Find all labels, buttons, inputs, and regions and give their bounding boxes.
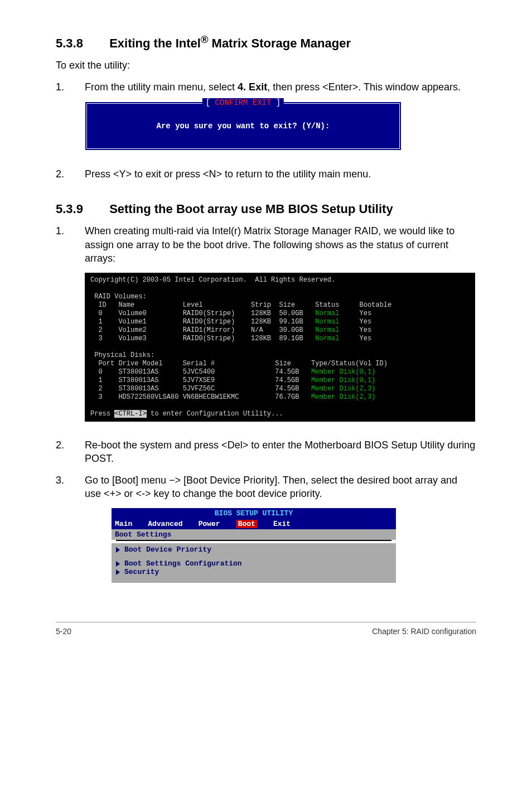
bios-menu-exit[interactable]: Exit bbox=[273, 520, 291, 528]
raid-terminal: Copyright(C) 2003-05 Intel Corporation. … bbox=[85, 273, 475, 422]
bios-item-security[interactable]: Security bbox=[116, 568, 391, 576]
step-text-c: , then press <Enter>. This window appear… bbox=[267, 81, 461, 93]
step-2b: 2. Re-boot the system and press <Del> to… bbox=[56, 438, 476, 466]
raid-phys-row: 1 ST380013AS 5JV7XSE9 74.5GB Member Disk… bbox=[90, 376, 375, 384]
heading-text-b: Matrix Storage Manager bbox=[208, 36, 351, 50]
bios-item-label: Boot Device Priority bbox=[124, 545, 211, 554]
bios-title: BIOS SETUP UTILITY bbox=[112, 508, 396, 519]
bios-menu-main[interactable]: Main bbox=[115, 520, 132, 528]
triangle-icon bbox=[116, 569, 120, 575]
step-text: Re-boot the system and press <Del> to en… bbox=[85, 438, 476, 466]
step-2: 2. Press <Y> to exit or press <N> to ret… bbox=[56, 167, 476, 181]
step-text: Go to [Boot] menu −> [Boot Device Priori… bbox=[85, 474, 476, 501]
confirm-exit-screenshot: [ CONFIRM EXIT ] Are you sure you want t… bbox=[85, 102, 476, 151]
confirm-dialog: [ CONFIRM EXIT ] Are you sure you want t… bbox=[85, 102, 402, 151]
step-number: 2. bbox=[56, 167, 85, 181]
step-3b: 3. Go to [Boot] menu −> [Boot Device Pri… bbox=[56, 474, 476, 501]
raid-vol-header: RAID Volumes: bbox=[90, 293, 147, 301]
bios-menu-power[interactable]: Power bbox=[199, 520, 220, 528]
page-content: 5.3.8 Exiting the Intel® Matrix Storage … bbox=[0, 0, 532, 622]
step-1: 1. From the utility main menu, select 4.… bbox=[56, 80, 476, 94]
step-text: When creating multi-raid via Intel(r) Ma… bbox=[85, 224, 476, 265]
heading-539: 5.3.9 Setting the Boot array use MB BIOS… bbox=[56, 202, 476, 216]
raid-vol-row: 3 Volume3 RAID0(Stripe) 128KB 89.1GB Nor… bbox=[90, 335, 371, 342]
raid-phys-row: 3 HDS722580VLSA80 VN6BHECBW1EKMC 76.7GB … bbox=[90, 393, 375, 401]
raid-phys-header: Physical Disks: bbox=[90, 351, 154, 359]
bios-subheader: Boot Settings bbox=[112, 529, 396, 540]
raid-vol-row: 1 Volume1 RAID0(Stripe) 128KB 99.1GB Nor… bbox=[90, 318, 371, 326]
confirm-title: [ CONFIRM EXIT ] bbox=[202, 98, 284, 107]
intro-text: To exit the utility: bbox=[56, 59, 476, 72]
step-number: 3. bbox=[56, 474, 85, 501]
step-text: From the utility main menu, select 4. Ex… bbox=[85, 80, 476, 94]
raid-vol-cols: ID Name Level Strip Size Status Bootable bbox=[90, 301, 391, 309]
bios-menu-boot[interactable]: Boot bbox=[236, 520, 258, 528]
bios-body: Boot Device Priority Boot Settings Confi… bbox=[112, 543, 396, 583]
triangle-icon bbox=[116, 547, 120, 553]
bios-menu: Main Advanced Power Boot Exit bbox=[112, 519, 396, 529]
footer-rule bbox=[56, 622, 476, 622]
raid-press-line: Press <CTRL-I> to enter Configuration Ut… bbox=[90, 410, 283, 418]
heading-538: 5.3.8 Exiting the Intel® Matrix Storage … bbox=[56, 33, 476, 51]
raid-vol-row: 2 Volume2 RAID1(Mirror) N/A 30.0GB Norma… bbox=[90, 326, 371, 334]
step-text: Press <Y> to exit or press <N> to return… bbox=[85, 167, 476, 181]
heading-num: 5.3.9 bbox=[56, 202, 106, 216]
bios-item-boot-priority[interactable]: Boot Device Priority bbox=[116, 545, 391, 554]
bios-screenshot: BIOS SETUP UTILITY Main Advanced Power B… bbox=[112, 508, 476, 583]
chapter-label: Chapter 5: RAID configuration bbox=[372, 627, 476, 636]
page-number: 5-20 bbox=[56, 627, 71, 636]
step-number: 1. bbox=[56, 80, 85, 94]
bracket-r: ] bbox=[271, 98, 280, 107]
confirm-title-text: CONFIRM EXIT bbox=[215, 98, 272, 107]
heading-text-a: Exiting the Intel bbox=[109, 36, 201, 50]
step-1b: 1. When creating multi-raid via Intel(r)… bbox=[56, 224, 476, 265]
bios-menu-advanced[interactable]: Advanced bbox=[148, 520, 182, 528]
raid-copyright: Copyright(C) 2003-05 Intel Corporation. … bbox=[90, 276, 335, 284]
page-footer: 5-20 Chapter 5: RAID configuration bbox=[0, 627, 532, 658]
registered-mark: ® bbox=[201, 33, 209, 45]
raid-status-screenshot: Copyright(C) 2003-05 Intel Corporation. … bbox=[85, 273, 476, 422]
bios-item-label: Boot Settings Configuration bbox=[124, 559, 242, 568]
confirm-message: Are you sure you want to exit? (Y/N): bbox=[157, 122, 330, 131]
raid-phys-row: 2 ST380013AS 5JVFZ56C 74.5GB Member Disk… bbox=[90, 385, 375, 393]
heading-text: Setting the Boot array use MB BIOS Setup… bbox=[109, 202, 393, 216]
raid-vol-row: 0 Volume0 RAID0(Stripe) 128KB 50.0GB Nor… bbox=[90, 310, 371, 317]
raid-phys-row: 0 ST380013AS 5JVC5400 74.5GB Member Disk… bbox=[90, 368, 375, 376]
step-text-a: From the utility main menu, select bbox=[85, 81, 238, 93]
bracket-l: [ bbox=[206, 98, 215, 107]
triangle-icon bbox=[116, 561, 120, 567]
bios-window: BIOS SETUP UTILITY Main Advanced Power B… bbox=[112, 508, 396, 583]
bios-divider bbox=[116, 540, 391, 541]
raid-phys-cols: Port Drive Model Serial # Size Type/Stat… bbox=[90, 360, 388, 368]
heading-num: 5.3.8 bbox=[56, 36, 106, 51]
bios-item-label: Security bbox=[124, 568, 159, 576]
step-number: 2. bbox=[56, 438, 85, 466]
bios-item-boot-config[interactable]: Boot Settings Configuration bbox=[116, 559, 391, 568]
step-number: 1. bbox=[56, 224, 85, 265]
step-text-bold: 4. Exit bbox=[238, 81, 267, 93]
